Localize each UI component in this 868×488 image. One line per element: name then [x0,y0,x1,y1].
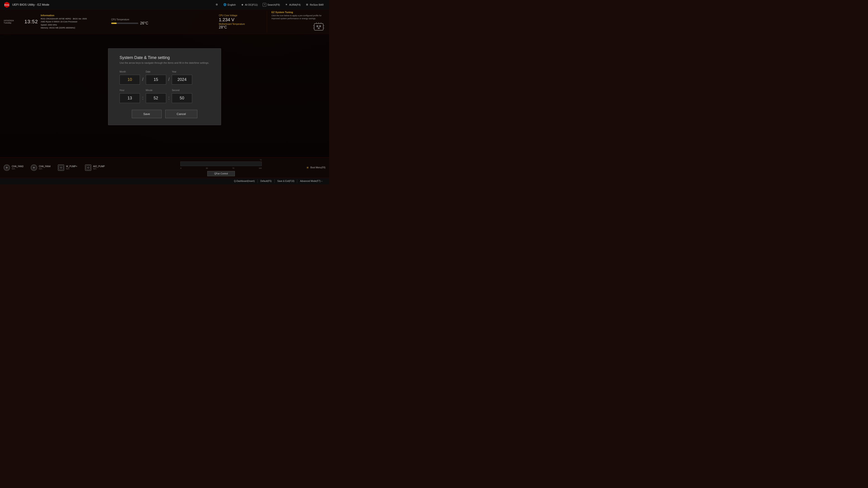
ai-oc-label: AI OC(F11) [245,3,258,6]
ai-oc-icon: ◈ [241,3,244,6]
fan-item-cha-fan3: CHA_FAN3 N/A [4,164,26,171]
default-button[interactable]: Default(F5) [258,179,275,183]
chart-axis-30: 30 [206,167,208,169]
hour-label: Hour [120,89,140,92]
temperature-chart: °C 0 30 70 100 [180,159,262,170]
minute-label: Minute [146,89,166,92]
ez-tuning-title: EZ System Tuning [272,11,326,13]
cha-fan4-name: CHA_FAN4 [39,165,51,168]
cha-fan4-icon [31,164,37,171]
boot-menu-label: Boot Menu(F8) [310,166,326,169]
language-label: English [228,3,236,6]
cpu-temp-label: CPU Temperature [111,18,212,21]
search-icon: ? [263,3,266,6]
modal-title: System Date & Time setting [120,55,210,60]
w-pump-value: N/A [66,168,77,170]
info-section-title: Information [41,14,104,17]
second-input[interactable] [172,93,192,103]
svg-rect-4 [319,25,321,27]
chart-bg [180,162,262,166]
month-field-group: Month [120,70,140,85]
aura-icon: ☀ [285,3,288,6]
fan-item-cha-fan4: CHA_FAN4 N/A [31,164,53,171]
minute-input[interactable] [146,93,166,103]
w-pump-info: W_PUMP+ N/A [66,165,77,170]
resize-bar-label: ReSize BAR [310,3,324,6]
boot-menu-button[interactable]: ✳ Boot Menu(F8) [306,166,326,169]
speed-info: Speed: 4300 MHz [41,24,104,27]
chart-unit: °C [260,159,262,161]
date-time-fields: Month / Date / Year [120,70,210,103]
ai-oc-nav-item[interactable]: ◈ AI OC(F11) [239,2,259,7]
hour-input[interactable] [120,93,140,103]
bottom-area: CHA_FAN3 N/A [0,157,329,177]
mb-temp-value: 28°C [219,25,264,29]
modal-buttons: Save Cancel [120,110,210,118]
aura-label: AURA(F4) [289,3,301,6]
cpu-temp-value: 26°C [140,21,148,25]
cpu-voltage-value: 1.234 V [219,17,264,22]
hour-field-group: Hour [120,89,140,103]
qfan-control-button[interactable]: QFan Control [207,171,235,176]
resize-bar-nav-item[interactable]: ⊞ ReSize BAR [304,2,326,7]
save-exit-button[interactable]: Save & Exit(F10) [275,179,298,183]
logo-area: ROG UEFI BIOS Utility - EZ Mode [4,2,49,8]
time-display: 13:52 [24,19,38,25]
svg-rect-2 [314,24,323,30]
q-dashboard-button[interactable]: Q-Dashboard(Insert) [231,179,258,183]
chart-axis: 0 30 70 100 [180,167,262,169]
w-pump-icon [58,164,64,171]
cpu-temperature-section: CPU Temperature 26°C [107,18,216,25]
date-label: Date [146,70,166,73]
function-bar: Q-Dashboard(Insert) Default(F5) Save & E… [0,177,329,184]
chart-area: °C 0 30 70 100 QFan Control [117,159,326,176]
day-display: Tuesday [4,22,22,24]
svg-point-24 [88,167,89,168]
cancel-button[interactable]: Cancel [165,110,197,118]
chart-axis-70: 70 [232,167,235,169]
cha-fan4-info: CHA_FAN4 N/A [39,165,51,170]
time-separator-1: : [140,89,146,101]
aio-pump-name: AIO_PUMP [93,165,105,168]
language-nav-item[interactable]: 🌐 English [221,2,238,7]
year-input[interactable] [172,75,192,85]
date-input[interactable] [146,75,166,85]
date-row: Month / Date / Year [120,70,210,85]
svg-text:ROG: ROG [4,4,9,6]
content-area: System Date & Time setting Use the arrow… [0,34,329,184]
chart-axis-100: 100 [259,167,262,169]
advanced-mode-button[interactable]: Advanced Mode(F7)→ [297,179,326,183]
fan-item-aio-pump: AIO_PUMP N/A [85,164,107,171]
minute-field-group: Minute [146,89,166,103]
ez-tuning-section: EZ System Tuning Click the icon below to… [267,11,326,33]
date-separator-1: / [140,70,146,82]
w-pump-name: W_PUMP+ [66,165,77,168]
search-nav-item[interactable]: ? Search(F9) [261,2,282,7]
header-bar: ROG UEFI BIOS Utility - EZ Mode ⚙ 🌐 Engl… [0,0,329,9]
cha-fan3-value: N/A [12,168,24,170]
settings-nav-item[interactable]: ⚙ [213,2,220,7]
header-nav: ⚙ 🌐 English ◈ AI OC(F11) ? Search(F9) ☀ … [213,2,326,7]
cpu-voltage-section: CPU Core Voltage 1.234 V Motherboard Tem… [219,14,264,29]
fan-item-w-pump: W_PUMP+ N/A [58,164,81,171]
svg-rect-23 [86,166,90,170]
save-button[interactable]: Save [132,110,162,118]
info-bar: 10/15/2024 Tuesday 13:52 Information ROG… [0,9,329,34]
app-title: UEFI BIOS Utility - EZ Mode [12,3,49,6]
date-separator-2: / [166,70,172,82]
ez-tuning-icon-area[interactable] [272,21,326,33]
svg-point-18 [60,167,62,168]
svg-rect-3 [316,25,318,27]
datetime-modal: System Date & Time setting Use the arrow… [108,48,221,125]
ez-tuning-icon[interactable] [312,21,326,33]
second-label: Second [172,89,192,92]
modal-description: Use the arrow keys to navigate through t… [120,61,210,64]
cpu-temp-bar-fill [111,23,117,24]
aura-nav-item[interactable]: ☀ AURA(F4) [283,2,303,7]
memory-info: Memory: 49152 MB (DDR5 4800MHz) [41,26,104,30]
resize-bar-icon: ⊞ [306,3,309,6]
cpu-temp-bar-container: 26°C [111,21,212,25]
month-input[interactable] [120,75,140,85]
ez-tuning-description: Click the icon below to apply a pre-conf… [272,14,326,20]
chart-axis-0: 0 [180,167,181,169]
